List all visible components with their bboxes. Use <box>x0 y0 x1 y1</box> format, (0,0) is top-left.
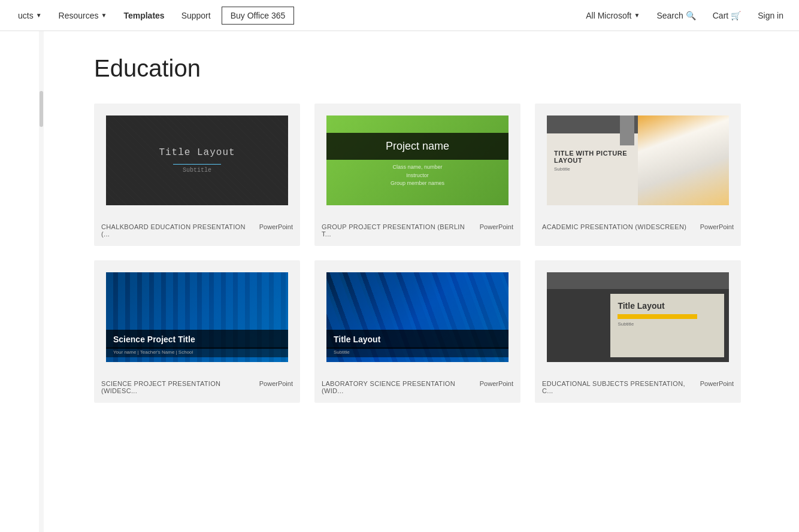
academic-text: TITLE WITH PICTURELAYOUT Subtitle <box>554 150 627 172</box>
scrollbar-thumb[interactable] <box>40 91 43 127</box>
scrollbar[interactable] <box>39 31 44 427</box>
edu-type: PowerPoint <box>700 380 734 387</box>
academic-preview: TITLE WITH PICTURELAYOUT Subtitle <box>547 115 729 205</box>
template-thumb-academic: TITLE WITH PICTURELAYOUT Subtitle <box>535 104 741 217</box>
academic-slide-subtitle: Subtitle <box>554 166 627 172</box>
template-meta-chalkboard: CHALKBOARD EDUCATION PRESENTATION (... P… <box>94 217 300 246</box>
chalkboard-preview: Title Layout Subtitle <box>106 115 288 205</box>
all-microsoft-label: All Microsoft <box>586 11 631 20</box>
main-content: Education Title Layout Subtitle CHALKBOA… <box>10 31 789 427</box>
template-thumb-lab: Title Layout Subtitle <box>314 260 520 374</box>
academic-book <box>638 115 729 205</box>
edu-yellow-bar <box>618 314 697 319</box>
template-thumb-group: Project name Class name, numberInstructo… <box>314 104 520 217</box>
navigation: ucts ▼ Resources ▼ Templates Support Buy… <box>0 0 799 31</box>
chalkboard-title: Title Layout <box>159 147 235 158</box>
nav-products[interactable]: ucts ▼ <box>10 0 50 31</box>
resources-chevron-icon: ▼ <box>101 12 107 19</box>
academic-bg <box>638 115 729 205</box>
cart-label: Cart <box>713 11 728 20</box>
search-icon: 🔍 <box>686 11 696 20</box>
template-meta-academic: ACADEMIC PRESENTATION (WIDESCREEN) Power… <box>535 217 741 239</box>
template-card-academic[interactable]: TITLE WITH PICTURELAYOUT Subtitle ACADEM… <box>535 104 741 246</box>
template-grid: Title Layout Subtitle CHALKBOARD EDUCATI… <box>94 104 741 403</box>
academic-slide-title: TITLE WITH PICTURELAYOUT <box>554 150 627 164</box>
template-meta-lab: LABORATORY SCIENCE PRESENTATION (WID... … <box>314 374 520 403</box>
lab-name: LABORATORY SCIENCE PRESENTATION (WID... <box>322 380 475 394</box>
science-name: SCIENCE PROJECT PRESENTATION (WIDESC... <box>101 380 255 394</box>
group-preview: Project name Class name, numberInstructo… <box>326 115 509 205</box>
template-meta-science: SCIENCE PROJECT PRESENTATION (WIDESC... … <box>94 374 300 403</box>
nav-all-microsoft[interactable]: All Microsoft ▼ <box>580 0 646 31</box>
group-type: PowerPoint <box>480 223 513 230</box>
cart-icon: 🛒 <box>731 11 741 20</box>
edu-panel: Title Layout Subtitle <box>610 294 724 357</box>
science-sub: Your name | Teacher's Name | School <box>106 347 288 357</box>
templates-label: Templates <box>123 11 164 20</box>
nav-resources[interactable]: Resources ▼ <box>50 0 116 31</box>
nav-search[interactable]: Search 🔍 <box>650 0 701 31</box>
edu-slide-sub: Subtitle <box>618 321 717 327</box>
academic-name: ACADEMIC PRESENTATION (WIDESCREEN) <box>542 223 695 230</box>
lab-sub: Subtitle <box>326 347 509 357</box>
signin-label: Sign in <box>758 11 783 20</box>
nav-signin[interactable]: Sign in <box>752 0 789 31</box>
template-card-group[interactable]: Project name Class name, numberInstructo… <box>314 104 520 246</box>
products-label: ucts <box>18 11 34 20</box>
nav-templates[interactable]: Templates <box>115 0 172 31</box>
template-card-chalkboard[interactable]: Title Layout Subtitle CHALKBOARD EDUCATI… <box>94 104 300 246</box>
academic-ribbon <box>620 115 634 145</box>
buy-label: Buy Office 365 <box>231 11 286 20</box>
template-meta-edu: EDUCATIONAL SUBJECTS PRESENTATION, C... … <box>535 374 741 403</box>
edu-header <box>547 272 729 289</box>
lab-preview: Title Layout Subtitle <box>326 272 509 362</box>
lab-type: PowerPoint <box>480 380 513 387</box>
nav-cart[interactable]: Cart 🛒 <box>707 0 747 31</box>
chalkboard-type: PowerPoint <box>259 223 293 230</box>
template-card-science[interactable]: Science Project Title Your name | Teache… <box>94 260 300 403</box>
template-thumb-edu: ∑ π ∫ μ α β γ θ λ φ ω Ω ε δ ∂ ∇ ≈ ∞ Titl… <box>535 260 741 374</box>
search-label: Search <box>656 11 683 20</box>
products-chevron-icon: ▼ <box>36 12 42 19</box>
buy-office-button[interactable]: Buy Office 365 <box>222 7 295 25</box>
lab-title: Title Layout <box>326 330 509 349</box>
chalkboard-name: CHALKBOARD EDUCATION PRESENTATION (... <box>101 223 255 238</box>
template-card-edu[interactable]: ∑ π ∫ μ α β γ θ λ φ ω Ω ε δ ∂ ∇ ≈ ∞ Titl… <box>535 260 741 403</box>
template-thumb-science: Science Project Title Your name | Teache… <box>94 260 300 374</box>
science-title: Science Project Title <box>106 330 288 349</box>
page-title: Education <box>94 55 741 82</box>
group-subtitle: Class name, numberInstructorGroup member… <box>391 163 444 188</box>
edu-slide-title: Title Layout <box>618 301 717 311</box>
chalkboard-line <box>173 164 221 165</box>
template-meta-group: GROUP PROJECT PRESENTATION (BERLIN T... … <box>314 217 520 246</box>
resources-label: Resources <box>59 11 99 20</box>
nav-right: All Microsoft ▼ Search 🔍 Cart 🛒 Sign in <box>580 0 789 31</box>
support-label: Support <box>181 11 211 20</box>
template-card-lab[interactable]: Title Layout Subtitle LABORATORY SCIENCE… <box>314 260 520 403</box>
science-preview: Science Project Title Your name | Teache… <box>106 272 288 362</box>
template-thumb-chalkboard: Title Layout Subtitle <box>94 104 300 217</box>
chalkboard-subtitle: Subtitle <box>183 167 211 174</box>
all-microsoft-chevron-icon: ▼ <box>634 12 640 19</box>
group-name: GROUP PROJECT PRESENTATION (BERLIN T... <box>322 223 475 238</box>
science-type: PowerPoint <box>259 380 293 387</box>
academic-type: PowerPoint <box>700 223 734 230</box>
edu-name: EDUCATIONAL SUBJECTS PRESENTATION, C... <box>542 380 695 394</box>
nav-support[interactable]: Support <box>173 0 219 31</box>
group-title: Project name <box>326 133 509 160</box>
edu-preview: ∑ π ∫ μ α β γ θ λ φ ω Ω ε δ ∂ ∇ ≈ ∞ Titl… <box>547 272 729 362</box>
